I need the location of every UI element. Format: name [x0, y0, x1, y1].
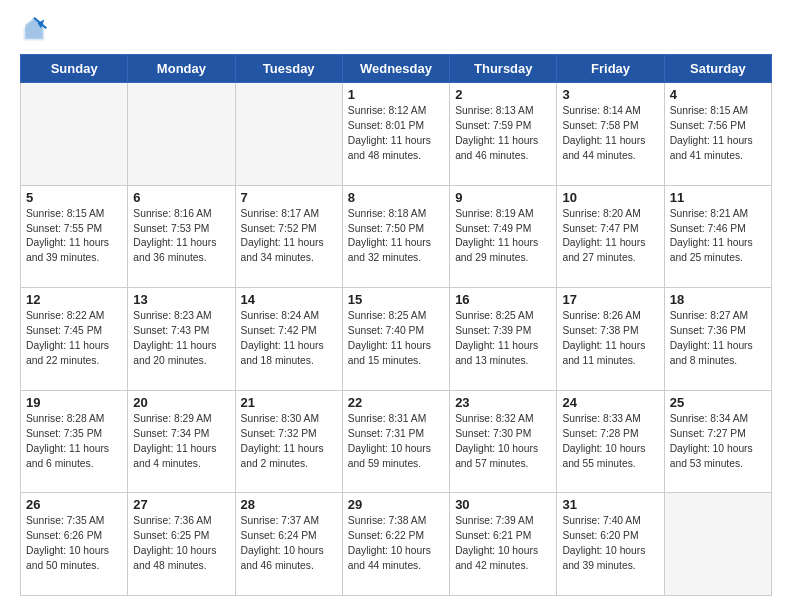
- calendar: SundayMondayTuesdayWednesdayThursdayFrid…: [20, 54, 772, 596]
- day-number: 23: [455, 395, 551, 410]
- day-info: Sunrise: 8:21 AM Sunset: 7:46 PM Dayligh…: [670, 207, 766, 267]
- day-number: 30: [455, 497, 551, 512]
- day-info: Sunrise: 8:25 AM Sunset: 7:40 PM Dayligh…: [348, 309, 444, 369]
- weekday-header-saturday: Saturday: [664, 55, 771, 83]
- day-number: 2: [455, 87, 551, 102]
- calendar-cell: 4Sunrise: 8:15 AM Sunset: 7:56 PM Daylig…: [664, 83, 771, 186]
- day-number: 10: [562, 190, 658, 205]
- day-info: Sunrise: 7:40 AM Sunset: 6:20 PM Dayligh…: [562, 514, 658, 574]
- day-number: 28: [241, 497, 337, 512]
- calendar-cell: 17Sunrise: 8:26 AM Sunset: 7:38 PM Dayli…: [557, 288, 664, 391]
- weekday-header-thursday: Thursday: [450, 55, 557, 83]
- day-info: Sunrise: 8:15 AM Sunset: 7:55 PM Dayligh…: [26, 207, 122, 267]
- calendar-cell: [128, 83, 235, 186]
- day-number: 4: [670, 87, 766, 102]
- day-info: Sunrise: 8:29 AM Sunset: 7:34 PM Dayligh…: [133, 412, 229, 472]
- day-info: Sunrise: 8:27 AM Sunset: 7:36 PM Dayligh…: [670, 309, 766, 369]
- day-number: 18: [670, 292, 766, 307]
- calendar-cell: [664, 493, 771, 596]
- week-row-1: 5Sunrise: 8:15 AM Sunset: 7:55 PM Daylig…: [21, 185, 772, 288]
- day-info: Sunrise: 7:39 AM Sunset: 6:21 PM Dayligh…: [455, 514, 551, 574]
- day-number: 20: [133, 395, 229, 410]
- day-info: Sunrise: 8:16 AM Sunset: 7:53 PM Dayligh…: [133, 207, 229, 267]
- day-info: Sunrise: 8:31 AM Sunset: 7:31 PM Dayligh…: [348, 412, 444, 472]
- day-info: Sunrise: 7:35 AM Sunset: 6:26 PM Dayligh…: [26, 514, 122, 574]
- day-number: 14: [241, 292, 337, 307]
- calendar-cell: 30Sunrise: 7:39 AM Sunset: 6:21 PM Dayli…: [450, 493, 557, 596]
- calendar-cell: [21, 83, 128, 186]
- day-number: 19: [26, 395, 122, 410]
- calendar-cell: 8Sunrise: 8:18 AM Sunset: 7:50 PM Daylig…: [342, 185, 449, 288]
- day-info: Sunrise: 8:17 AM Sunset: 7:52 PM Dayligh…: [241, 207, 337, 267]
- day-number: 9: [455, 190, 551, 205]
- calendar-cell: 16Sunrise: 8:25 AM Sunset: 7:39 PM Dayli…: [450, 288, 557, 391]
- page: SundayMondayTuesdayWednesdayThursdayFrid…: [0, 0, 792, 612]
- calendar-cell: 25Sunrise: 8:34 AM Sunset: 7:27 PM Dayli…: [664, 390, 771, 493]
- day-number: 16: [455, 292, 551, 307]
- weekday-header-friday: Friday: [557, 55, 664, 83]
- day-info: Sunrise: 8:34 AM Sunset: 7:27 PM Dayligh…: [670, 412, 766, 472]
- weekday-header-monday: Monday: [128, 55, 235, 83]
- day-info: Sunrise: 8:30 AM Sunset: 7:32 PM Dayligh…: [241, 412, 337, 472]
- day-number: 11: [670, 190, 766, 205]
- day-info: Sunrise: 7:38 AM Sunset: 6:22 PM Dayligh…: [348, 514, 444, 574]
- weekday-header-sunday: Sunday: [21, 55, 128, 83]
- svg-marker-2: [25, 18, 43, 39]
- calendar-cell: 18Sunrise: 8:27 AM Sunset: 7:36 PM Dayli…: [664, 288, 771, 391]
- day-number: 13: [133, 292, 229, 307]
- calendar-cell: 12Sunrise: 8:22 AM Sunset: 7:45 PM Dayli…: [21, 288, 128, 391]
- calendar-cell: 1Sunrise: 8:12 AM Sunset: 8:01 PM Daylig…: [342, 83, 449, 186]
- day-number: 24: [562, 395, 658, 410]
- calendar-cell: 14Sunrise: 8:24 AM Sunset: 7:42 PM Dayli…: [235, 288, 342, 391]
- calendar-cell: 5Sunrise: 8:15 AM Sunset: 7:55 PM Daylig…: [21, 185, 128, 288]
- logo-icon: [20, 16, 48, 44]
- day-number: 29: [348, 497, 444, 512]
- logo: [20, 16, 50, 44]
- week-row-3: 19Sunrise: 8:28 AM Sunset: 7:35 PM Dayli…: [21, 390, 772, 493]
- day-info: Sunrise: 8:12 AM Sunset: 8:01 PM Dayligh…: [348, 104, 444, 164]
- calendar-cell: 6Sunrise: 8:16 AM Sunset: 7:53 PM Daylig…: [128, 185, 235, 288]
- day-number: 25: [670, 395, 766, 410]
- day-number: 3: [562, 87, 658, 102]
- day-info: Sunrise: 8:15 AM Sunset: 7:56 PM Dayligh…: [670, 104, 766, 164]
- calendar-cell: 13Sunrise: 8:23 AM Sunset: 7:43 PM Dayli…: [128, 288, 235, 391]
- day-number: 8: [348, 190, 444, 205]
- calendar-cell: 10Sunrise: 8:20 AM Sunset: 7:47 PM Dayli…: [557, 185, 664, 288]
- calendar-cell: 24Sunrise: 8:33 AM Sunset: 7:28 PM Dayli…: [557, 390, 664, 493]
- day-number: 1: [348, 87, 444, 102]
- day-number: 31: [562, 497, 658, 512]
- header: [20, 16, 772, 44]
- day-number: 6: [133, 190, 229, 205]
- day-info: Sunrise: 8:13 AM Sunset: 7:59 PM Dayligh…: [455, 104, 551, 164]
- day-number: 7: [241, 190, 337, 205]
- calendar-cell: 23Sunrise: 8:32 AM Sunset: 7:30 PM Dayli…: [450, 390, 557, 493]
- weekday-header-tuesday: Tuesday: [235, 55, 342, 83]
- day-number: 27: [133, 497, 229, 512]
- calendar-cell: 29Sunrise: 7:38 AM Sunset: 6:22 PM Dayli…: [342, 493, 449, 596]
- day-number: 5: [26, 190, 122, 205]
- day-info: Sunrise: 7:36 AM Sunset: 6:25 PM Dayligh…: [133, 514, 229, 574]
- calendar-cell: 7Sunrise: 8:17 AM Sunset: 7:52 PM Daylig…: [235, 185, 342, 288]
- week-row-2: 12Sunrise: 8:22 AM Sunset: 7:45 PM Dayli…: [21, 288, 772, 391]
- calendar-cell: 27Sunrise: 7:36 AM Sunset: 6:25 PM Dayli…: [128, 493, 235, 596]
- day-info: Sunrise: 8:23 AM Sunset: 7:43 PM Dayligh…: [133, 309, 229, 369]
- day-number: 15: [348, 292, 444, 307]
- calendar-cell: 28Sunrise: 7:37 AM Sunset: 6:24 PM Dayli…: [235, 493, 342, 596]
- day-info: Sunrise: 8:20 AM Sunset: 7:47 PM Dayligh…: [562, 207, 658, 267]
- day-info: Sunrise: 7:37 AM Sunset: 6:24 PM Dayligh…: [241, 514, 337, 574]
- calendar-cell: 15Sunrise: 8:25 AM Sunset: 7:40 PM Dayli…: [342, 288, 449, 391]
- day-number: 21: [241, 395, 337, 410]
- day-number: 26: [26, 497, 122, 512]
- day-info: Sunrise: 8:28 AM Sunset: 7:35 PM Dayligh…: [26, 412, 122, 472]
- day-number: 17: [562, 292, 658, 307]
- calendar-cell: 22Sunrise: 8:31 AM Sunset: 7:31 PM Dayli…: [342, 390, 449, 493]
- day-number: 22: [348, 395, 444, 410]
- weekday-header-row: SundayMondayTuesdayWednesdayThursdayFrid…: [21, 55, 772, 83]
- week-row-0: 1Sunrise: 8:12 AM Sunset: 8:01 PM Daylig…: [21, 83, 772, 186]
- week-row-4: 26Sunrise: 7:35 AM Sunset: 6:26 PM Dayli…: [21, 493, 772, 596]
- day-info: Sunrise: 8:26 AM Sunset: 7:38 PM Dayligh…: [562, 309, 658, 369]
- calendar-cell: 2Sunrise: 8:13 AM Sunset: 7:59 PM Daylig…: [450, 83, 557, 186]
- calendar-cell: 21Sunrise: 8:30 AM Sunset: 7:32 PM Dayli…: [235, 390, 342, 493]
- day-info: Sunrise: 8:24 AM Sunset: 7:42 PM Dayligh…: [241, 309, 337, 369]
- calendar-cell: [235, 83, 342, 186]
